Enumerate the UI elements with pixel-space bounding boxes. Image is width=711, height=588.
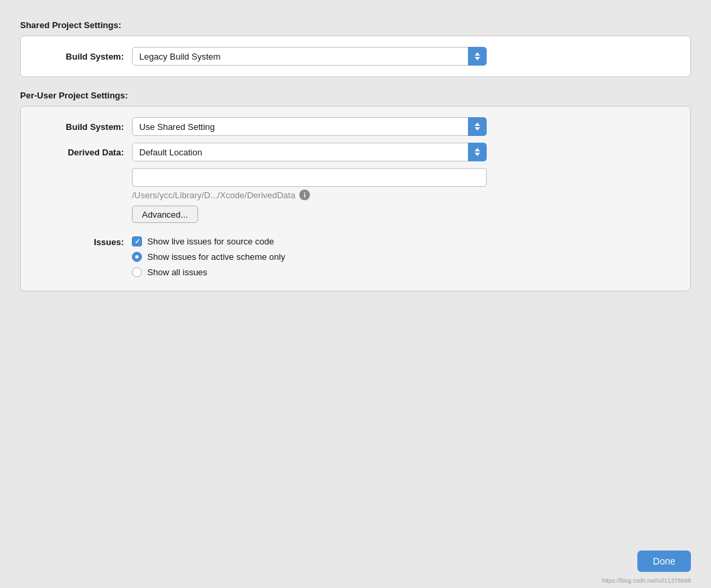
derived-data-select[interactable]: Default Location Relative Custom [132, 143, 487, 161]
shared-settings-card: Build System: Legacy Build System New Bu… [20, 35, 691, 77]
issue-label-all: Show all issues [147, 267, 208, 277]
issue-label-live: Show live issues for source code [147, 236, 274, 246]
done-button[interactable]: Done [637, 550, 691, 572]
shared-build-system-select-wrapper: Legacy Build System New Build System [132, 47, 487, 66]
issue-checkbox-live[interactable] [132, 236, 142, 246]
watermark: https://blog.csdn.net/u011378688 [602, 577, 691, 584]
per-user-build-system-label: Build System: [37, 122, 124, 132]
issues-row: Issues: Show live issues for source code… [37, 236, 674, 277]
per-user-build-system-select[interactable]: Use Shared Setting Legacy Build System N… [132, 117, 487, 136]
derived-data-label: Derived Data: [37, 147, 124, 157]
per-user-settings-card: Build System: Use Shared Setting Legacy … [20, 106, 691, 291]
issue-option-all: Show all issues [132, 267, 285, 277]
path-info-icon: i [299, 190, 310, 200]
per-user-section-label: Per-User Project Settings: [20, 90, 691, 100]
issues-options: Show live issues for source code Show is… [132, 236, 285, 277]
per-user-build-system-select-wrapper: Use Shared Setting Legacy Build System N… [132, 117, 487, 136]
derived-data-select-wrapper: Default Location Relative Custom [132, 143, 487, 161]
shared-build-system-label: Build System: [37, 52, 124, 62]
path-display-row: /Users/ycc/Library/D.../Xcode/DerivedDat… [132, 190, 674, 200]
derived-data-row: Derived Data: Default Location Relative … [37, 143, 674, 161]
issue-radio-all[interactable] [132, 267, 142, 277]
advanced-button[interactable]: Advanced... [132, 206, 198, 223]
shared-section-label: Shared Project Settings: [20, 20, 691, 30]
issue-option-active-scheme: Show issues for active scheme only [132, 252, 285, 262]
issues-label: Issues: [37, 236, 124, 247]
path-text: /Users/ycc/Library/D.../Xcode/DerivedDat… [132, 190, 295, 200]
issue-option-live: Show live issues for source code [132, 236, 285, 246]
issue-label-active-scheme: Show issues for active scheme only [147, 252, 285, 262]
path-input[interactable] [132, 168, 487, 187]
shared-build-system-row: Build System: Legacy Build System New Bu… [37, 47, 674, 66]
path-input-row [37, 168, 674, 187]
issue-radio-active-scheme[interactable] [132, 252, 142, 262]
per-user-build-system-row: Build System: Use Shared Setting Legacy … [37, 117, 674, 136]
shared-build-system-select[interactable]: Legacy Build System New Build System [132, 47, 487, 66]
